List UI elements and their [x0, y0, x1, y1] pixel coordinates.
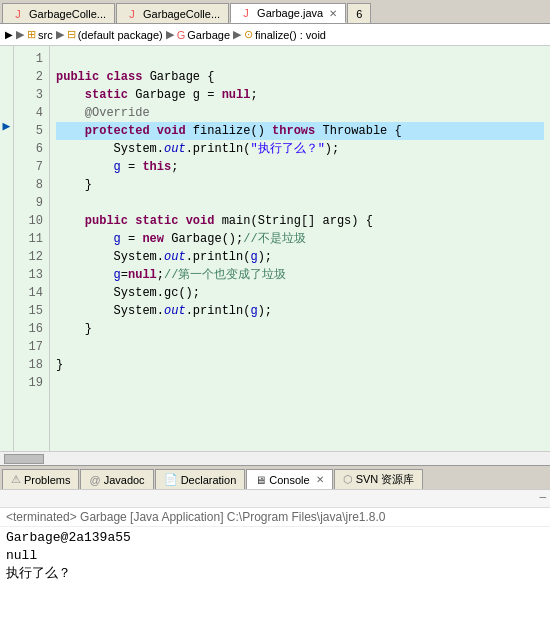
problems-icon: ⚠ — [11, 473, 21, 486]
horizontal-scrollbar[interactable] — [0, 451, 550, 465]
breadcrumb-icon-class: G — [177, 29, 186, 41]
code-line-8: } — [56, 176, 544, 194]
code-line-19 — [56, 374, 544, 392]
tab-garbage-java[interactable]: J Garbage.java ✕ — [230, 3, 346, 23]
line-num-10: 10 — [18, 212, 43, 230]
java-icon-3: J — [239, 6, 253, 20]
console-minimize-icon[interactable]: — — [539, 491, 546, 506]
code-line-5: protected void finalize() throws Throwab… — [56, 122, 544, 140]
javadoc-icon: @ — [89, 474, 100, 486]
breakpoint-arrow: ▶ — [0, 118, 13, 136]
console-icon: 🖥 — [255, 474, 266, 486]
console-line-2: null — [6, 547, 544, 565]
code-line-9 — [56, 194, 544, 212]
code-editor: ▶ 1 2 3 4 5 6 7 8 9 10 11 12 13 14 15 16… — [0, 46, 550, 451]
console-line-1: Garbage@2a139a55 — [6, 529, 544, 547]
console-area: — <terminated> Garbage [Java Application… — [0, 489, 550, 629]
bottom-tab-bar: ⚠ Problems @ Javadoc 📄 Declaration 🖥 Con… — [0, 465, 550, 489]
tab-console-label: Console — [269, 474, 309, 486]
breadcrumb-method[interactable]: finalize() : void — [255, 29, 326, 41]
breadcrumb-icon-method: ⊙ — [244, 28, 253, 41]
tab-javadoc-label: Javadoc — [104, 474, 145, 486]
console-close-icon[interactable]: ✕ — [316, 474, 324, 485]
line-num-2: 2 — [18, 68, 43, 86]
editor-tab-bar: J GarbageColle... J GarbageColle... J Ga… — [0, 0, 550, 24]
tab-declaration[interactable]: 📄 Declaration — [155, 469, 246, 489]
java-icon-2: J — [125, 7, 139, 21]
tab-svn[interactable]: ⬡ SVN 资源库 — [334, 469, 424, 489]
line-num-8: 8 — [18, 176, 43, 194]
tab-problems[interactable]: ⚠ Problems — [2, 469, 79, 489]
console-toolbar: — — [0, 490, 550, 508]
code-line-18: } — [56, 356, 544, 374]
code-line-3: static Garbage g = null; — [56, 86, 544, 104]
svn-icon: ⬡ — [343, 473, 353, 486]
tab-problems-label: Problems — [24, 474, 70, 486]
line-num-18: 18 — [18, 356, 43, 374]
line-num-4: 4 — [18, 104, 43, 122]
code-line-17 — [56, 338, 544, 356]
left-margin: ▶ — [0, 46, 14, 451]
code-line-13: g=null;//第一个也变成了垃圾 — [56, 266, 544, 284]
line-num-9: 9 — [18, 194, 43, 212]
code-line-4: @Override — [56, 104, 544, 122]
breadcrumb-pkg[interactable]: (default package) — [78, 29, 163, 41]
breadcrumb-icon-src: ⊞ — [27, 28, 36, 41]
code-line-10: public static void main(String[] args) { — [56, 212, 544, 230]
h-scroll-thumb[interactable] — [4, 454, 44, 464]
line-num-3: 3 — [18, 86, 43, 104]
code-line-7: g = this; — [56, 158, 544, 176]
code-line-11: g = new Garbage();//不是垃圾 — [56, 230, 544, 248]
line-num-15: 15 — [18, 302, 43, 320]
declaration-icon: 📄 — [164, 473, 178, 486]
line-num-19: 19 — [18, 374, 43, 392]
breadcrumb: ▶ ▶ ⊞ src ▶ ⊟ (default package) ▶ G Garb… — [0, 24, 550, 46]
code-content[interactable]: public class Garbage { static Garbage g … — [50, 46, 550, 451]
line-num-14: 14 — [18, 284, 43, 302]
code-line-12: System.out.println(g); — [56, 248, 544, 266]
line-numbers: 1 2 3 4 5 6 7 8 9 10 11 12 13 14 15 16 1… — [14, 46, 50, 451]
code-line-6: System.out.println("执行了么？"); — [56, 140, 544, 158]
tab-declaration-label: Declaration — [181, 474, 237, 486]
code-line-16: } — [56, 320, 544, 338]
line-num-6: 6 — [18, 140, 43, 158]
breadcrumb-src[interactable]: src — [38, 29, 53, 41]
line-num-5: 5 — [18, 122, 43, 140]
breadcrumb-class[interactable]: Garbage — [187, 29, 230, 41]
tab-label-4: 6 — [356, 8, 362, 20]
tab-svn-label: SVN 资源库 — [356, 472, 415, 487]
tab-close-icon[interactable]: ✕ — [329, 8, 337, 19]
console-line-3: 执行了么？ — [6, 565, 544, 583]
console-output: Garbage@2a139a55 null 执行了么？ — [0, 527, 550, 629]
line-num-16: 16 — [18, 320, 43, 338]
tab-garbage-colle-1[interactable]: J GarbageColle... — [2, 3, 115, 23]
line-num-11: 11 — [18, 230, 43, 248]
code-line-2: public class Garbage { — [56, 68, 544, 86]
tab-label-3: Garbage.java — [257, 7, 323, 19]
line-num-12: 12 — [18, 248, 43, 266]
code-line-15: System.out.println(g); — [56, 302, 544, 320]
tab-garbage-colle-2[interactable]: J GarbageColle... — [116, 3, 229, 23]
tab-console[interactable]: 🖥 Console ✕ — [246, 469, 332, 489]
line-num-7: 7 — [18, 158, 43, 176]
breadcrumb-icon-pkg: ⊟ — [67, 28, 76, 41]
line-num-17: 17 — [18, 338, 43, 356]
line-num-13: 13 — [18, 266, 43, 284]
tab-javadoc[interactable]: @ Javadoc — [80, 469, 153, 489]
tab-label-1: GarbageColle... — [29, 8, 106, 20]
console-terminated-label: <terminated> Garbage [Java Application] … — [0, 508, 550, 527]
breadcrumb-arrow-1[interactable]: ▶ — [5, 29, 13, 40]
code-line-1 — [56, 50, 544, 68]
tab-label-2: GarbageColle... — [143, 8, 220, 20]
code-line-14: System.gc(); — [56, 284, 544, 302]
line-num-1: 1 — [18, 50, 43, 68]
tab-num[interactable]: 6 — [347, 3, 371, 23]
java-icon-1: J — [11, 7, 25, 21]
